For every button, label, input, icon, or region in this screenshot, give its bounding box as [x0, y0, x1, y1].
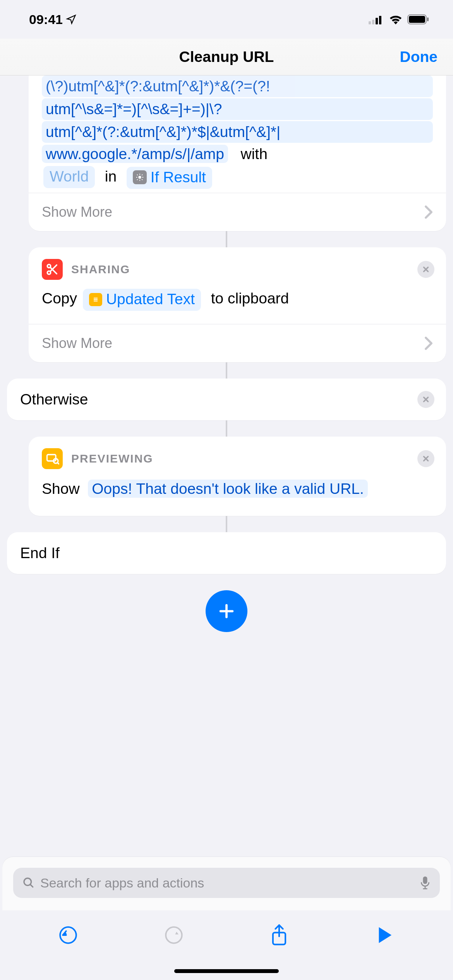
svg-rect-28: [423, 876, 427, 884]
search-input[interactable]: [40, 875, 414, 891]
svg-rect-3: [379, 16, 381, 24]
regex-text[interactable]: www.google.*/amp/s/|/amp: [42, 145, 228, 163]
svg-rect-6: [427, 17, 429, 21]
wifi-icon: [389, 14, 403, 24]
svg-rect-1: [372, 20, 374, 24]
scissors-icon: [42, 259, 63, 280]
otherwise-card: Otherwise: [7, 379, 446, 420]
search-panel: [2, 857, 451, 910]
battery-icon: [407, 14, 430, 24]
nav-bar: Cleanup URL Done: [0, 39, 453, 75]
copy-prefix: Copy: [42, 290, 77, 307]
delete-action-button[interactable]: [417, 391, 434, 408]
endif-label: End If: [20, 545, 60, 562]
show-more-label: Show More: [42, 204, 112, 220]
connector-line: [226, 231, 227, 247]
done-button[interactable]: Done: [400, 48, 438, 65]
plus-icon: [218, 602, 235, 620]
connector-line: [226, 420, 227, 437]
show-action-card: PREVIEWING Show Oops! That doesn't look …: [29, 437, 446, 516]
regex-text[interactable]: utm[^&]*(?:&utm[^&]*)*$|&utm[^&]*|: [42, 121, 433, 143]
status-bar: 09:41: [0, 0, 453, 39]
toolbar: [0, 912, 453, 958]
show-message-token[interactable]: Oops! That doesn't look like a valid URL…: [88, 480, 368, 498]
cellular-icon: [369, 14, 384, 24]
redo-button[interactable]: [162, 923, 185, 947]
endif-card: End If: [7, 532, 446, 574]
previewing-header: PREVIEWING: [71, 452, 153, 465]
copy-suffix: to clipboard: [211, 290, 289, 307]
play-button[interactable]: [373, 923, 396, 947]
connector-line: [226, 516, 227, 532]
svg-point-7: [138, 176, 141, 179]
if-result-token[interactable]: If Result: [127, 167, 212, 189]
svg-rect-2: [376, 18, 378, 24]
search-icon: [22, 877, 35, 889]
connector-line: [226, 362, 227, 379]
search-field[interactable]: [13, 868, 440, 898]
share-button[interactable]: [268, 923, 291, 947]
copy-action-card: SHARING Copy Updated Text to clipboard S…: [29, 247, 446, 362]
home-indicator: [174, 969, 279, 973]
microphone-icon[interactable]: [420, 876, 431, 890]
show-more-row[interactable]: Show More: [29, 193, 446, 231]
preview-icon: [42, 448, 63, 469]
regex-text[interactable]: (\?)utm[^&]*(?:&utm[^&]*)*&(?=(?!: [42, 75, 433, 97]
show-prefix: Show: [42, 480, 80, 497]
svg-point-32: [166, 927, 182, 943]
page-title: Cleanup URL: [179, 48, 274, 65]
svg-rect-5: [409, 16, 425, 23]
regex-text[interactable]: utm[^\s&=]*=)[^\s&=]+=)|\?: [42, 98, 433, 120]
document-icon: [89, 293, 102, 306]
svg-line-21: [58, 463, 59, 464]
delete-action-button[interactable]: [417, 261, 434, 278]
show-more-label: Show More: [42, 335, 112, 351]
svg-line-27: [30, 884, 33, 887]
chevron-right-icon: [424, 205, 433, 219]
sharing-header: SHARING: [71, 263, 130, 276]
svg-rect-19: [47, 455, 56, 461]
otherwise-label: Otherwise: [20, 391, 88, 408]
gear-icon: [133, 170, 147, 184]
location-icon: [66, 14, 77, 25]
add-action-button[interactable]: [206, 590, 247, 632]
with-label: with: [241, 146, 268, 162]
chevron-right-icon: [424, 336, 433, 350]
in-label: in: [105, 168, 117, 185]
with-value-token[interactable]: World: [43, 166, 95, 188]
replace-action-card: (\?)utm[^&]*(?:&utm[^&]*)*&(?=(?! utm[^\…: [29, 75, 446, 231]
undo-button[interactable]: [57, 923, 80, 947]
status-time: 09:41: [29, 12, 63, 27]
svg-rect-0: [369, 21, 371, 24]
show-more-row[interactable]: Show More: [29, 324, 446, 362]
delete-action-button[interactable]: [417, 450, 434, 467]
updated-text-token[interactable]: Updated Text: [83, 289, 201, 311]
